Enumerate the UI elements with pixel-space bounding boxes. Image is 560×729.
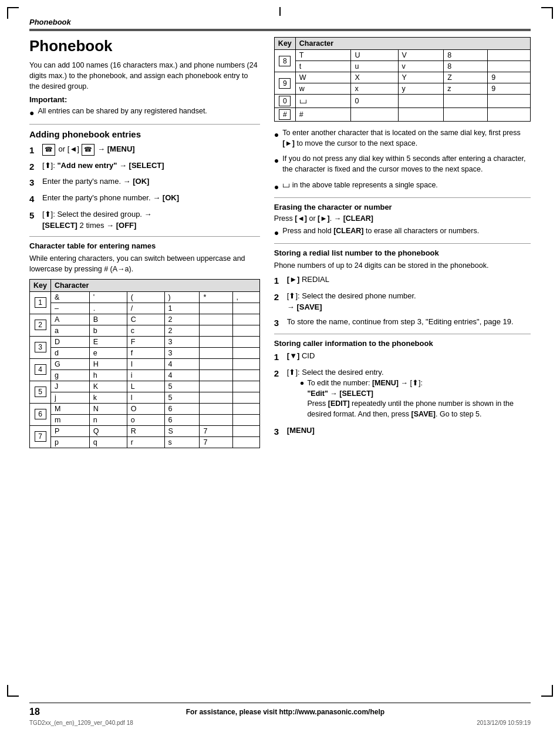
table-row: # # (274, 108, 530, 122)
char-cell (488, 108, 531, 122)
page-title: Phonebook (29, 37, 260, 55)
char-cell: 8 (444, 50, 488, 61)
caller-step-1-content: [▼] CID (287, 351, 531, 362)
char-cell (488, 50, 531, 61)
char-cell (200, 314, 232, 325)
key-box-4: 4 (35, 364, 46, 375)
table-row: t u v 8 (274, 61, 530, 72)
char-cell (232, 414, 259, 425)
char-cell (232, 336, 259, 347)
char-cell: 6 (164, 403, 200, 414)
char-cell (200, 414, 232, 425)
char-cell: Z (444, 72, 488, 83)
char-cell (232, 436, 259, 448)
redial-step-3: 3 To store the name, continue from step … (274, 317, 531, 330)
footer: 18 For assistance, please visit http://w… (29, 703, 531, 717)
key-box-5: 5 (35, 387, 46, 397)
table-row: 7 P Q R S 7 (30, 425, 260, 436)
redial-step-2: 2 [⬆]: Select the desired phone number.→… (274, 291, 531, 313)
char-cell: 7 (200, 425, 232, 436)
char-cell: B (89, 314, 127, 325)
table-row: 5 J K L 5 (30, 381, 260, 392)
char-cell: / (127, 303, 164, 314)
char-cell: h (89, 369, 127, 381)
char-cell (232, 325, 259, 336)
char-cell: F (127, 336, 164, 347)
table-row: 3 D E F 3 (30, 336, 260, 347)
caller-step-1-num: 1 (274, 351, 287, 364)
table-row: w x y z 9 (274, 83, 530, 95)
char-cell: L (127, 381, 164, 392)
erasing-heading: Erasing the character or number (274, 203, 531, 211)
key-cell-4: 4 (30, 358, 51, 381)
table-row: 8 T U V 8 (274, 50, 530, 61)
char-cell: I (127, 358, 164, 369)
char-cell (200, 347, 232, 358)
char-cell: S (164, 425, 200, 436)
top-center-mark (279, 7, 281, 16)
char-cell: b (89, 325, 127, 336)
key-box-8: 8 (279, 56, 291, 66)
corner-mark-tr (541, 7, 553, 19)
char-cell (232, 369, 259, 381)
caller-step-3-num: 3 (274, 425, 287, 438)
col-header-character-r: Character (295, 38, 530, 50)
char-cell: p (51, 436, 90, 448)
step-1-num: 1 (29, 144, 42, 157)
char-cell: ⌴ (295, 95, 351, 108)
char-cell: A (51, 314, 90, 325)
key-cell-hash: # (274, 108, 295, 122)
char-cell: G (51, 358, 90, 369)
caller-heading: Storing caller information to the phoneb… (274, 339, 531, 348)
char-cell: – (51, 303, 90, 314)
char-cell: 5 (164, 392, 200, 403)
char-cell: U (351, 50, 398, 61)
footer-page-num: 18 (29, 707, 40, 717)
char-cell: j (51, 392, 90, 403)
caller-sub-bullet: ● To edit the number: [MENU] → [⬆]: "Edi… (300, 378, 531, 419)
char-cell: 6 (164, 414, 200, 425)
erasing-step: Press [◄] or [►]. → [CLEAR] (274, 214, 531, 223)
step-2: 2 [⬆]: "Add new entry" → [SELECT] (29, 160, 260, 173)
note-text-3: ⌴ in the above table represents a single… (282, 180, 438, 190)
char-cell: r (127, 436, 164, 448)
char-table-right: Key Character 8 T U V 8 t (274, 37, 531, 122)
phone-icon-1: ☎ (42, 144, 55, 156)
sub-bullet-text: To edit the number: [MENU] → [⬆]: "Edit"… (307, 378, 531, 419)
col-header-key-r: Key (274, 38, 295, 50)
step-4: 4 Enter the party's phone number. → [OK] (29, 193, 260, 206)
char-cell: f (127, 347, 164, 358)
note-dot-1: ● (274, 129, 279, 140)
erasing-text: Press and hold [CLEAR] to erase all char… (282, 226, 479, 236)
char-cell: 2 (164, 314, 200, 325)
divider-redial (274, 243, 531, 244)
char-cell: ' (89, 291, 127, 303)
caller-step-1: 1 [▼] CID (274, 351, 531, 364)
right-column: Key Character 8 T U V 8 t (274, 37, 531, 448)
divider-adding (29, 124, 260, 125)
important-label: Important: (29, 95, 260, 104)
char-cell: y (398, 83, 444, 95)
doc-info-right: 2013/12/09 10:59:19 (477, 720, 531, 726)
important-bullet-1: ● All entries can be shared by any regis… (29, 106, 260, 119)
char-cell: M (51, 403, 90, 414)
char-cell: T (295, 50, 351, 61)
important-bullet-text: All entries can be shared by any registe… (38, 106, 207, 117)
char-cell: m (51, 414, 90, 425)
section-title: Phonebook (29, 18, 531, 26)
table-row: j k l 5 (30, 392, 260, 403)
phone-icon-2: ☎ (82, 144, 95, 156)
char-cell: , (232, 291, 259, 303)
char-table-intro: While entering characters, you can switc… (29, 253, 260, 274)
char-cell: t (295, 61, 351, 72)
char-cell (232, 425, 259, 436)
char-cell: g (51, 369, 90, 381)
sub-bullet-dot: ● (300, 378, 305, 389)
divider-caller (274, 334, 531, 334)
char-table-heading: Character table for entering names (29, 241, 260, 250)
char-cell: H (89, 358, 127, 369)
char-cell: z (444, 83, 488, 95)
char-cell: k (89, 392, 127, 403)
table-row: 0 ⌴ 0 (274, 95, 530, 108)
note-dot-3: ● (274, 181, 279, 193)
